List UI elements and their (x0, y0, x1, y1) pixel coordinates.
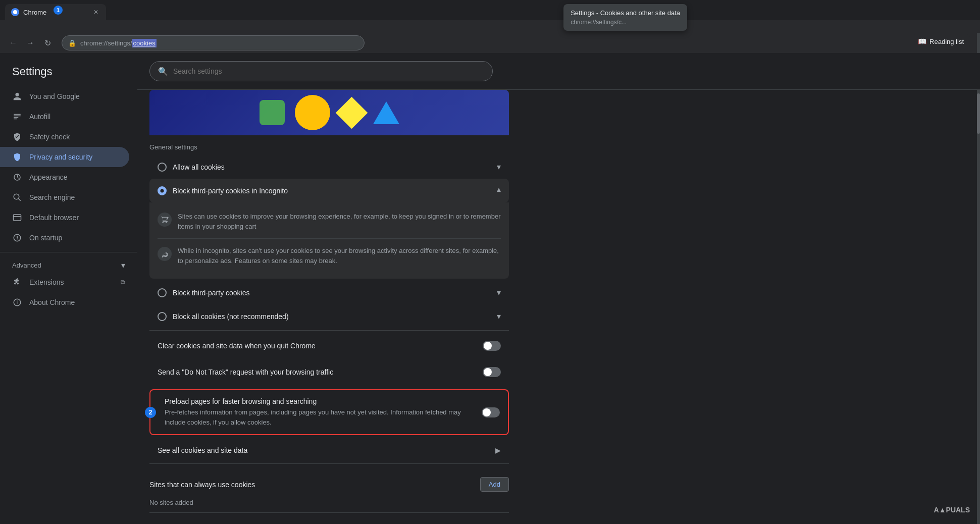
forward-button[interactable]: → (23, 36, 37, 50)
toggle-row-do-not-track[interactable]: Send a "Do Not Track" request with your … (149, 359, 509, 385)
toggle-thumb-dnt (484, 368, 492, 376)
radio-circle-block-incognito (158, 186, 167, 195)
shape-green (260, 100, 285, 125)
sidebar-item-safety-check[interactable]: Safety check (0, 127, 129, 147)
radio-circle-block-all (158, 312, 167, 321)
sidebar-item-about-chrome[interactable]: i About Chrome (0, 292, 129, 312)
sidebar-label-privacy: Privacy and security (29, 153, 92, 161)
add-allow-button[interactable]: Add (480, 477, 509, 492)
sub-option-shopping: Sites can use cookies to improve your br… (158, 206, 501, 236)
tab-close-button[interactable]: ✕ (92, 8, 100, 16)
appearance-icon (12, 172, 22, 182)
radio-block-third-party-incognito[interactable]: Block third-party cookies in Incognito ▾ (149, 179, 509, 202)
sidebar-item-on-startup[interactable]: On startup (0, 228, 129, 248)
sidebar-label-extensions: Extensions (29, 278, 64, 286)
chevron-down-icon: ▾ (121, 260, 125, 270)
tooltip-subtitle: chrome://settings/c... (571, 19, 680, 26)
expand-icon-allow-all: ▾ (497, 162, 501, 172)
see-all-cookies-label: See all cookies and site data (158, 446, 247, 454)
address-bar[interactable]: 🔒 chrome://settings/cookies (62, 35, 365, 50)
active-tab[interactable]: Chrome ✕ 1 (5, 4, 106, 20)
search-bar-area: 🔍 (137, 53, 980, 90)
tooltip-popup: Settings - Cookies and other site data c… (563, 4, 687, 31)
content-scroll: General settings Allow all cookies ▾ Blo… (137, 135, 521, 524)
toggle-thumb (484, 342, 492, 350)
sidebar-item-you-and-google[interactable]: You and Google (0, 86, 129, 107)
sub-option-text-shopping: Sites can use cookies to improve your br… (178, 212, 501, 231)
scrollbar-thumb[interactable] (977, 93, 980, 134)
svg-rect-8 (14, 215, 21, 221)
sidebar-item-autofill[interactable]: Autofill (0, 107, 129, 127)
autofill-icon (12, 112, 22, 122)
sidebar-label-about-chrome: About Chrome (29, 298, 75, 306)
sidebar-item-appearance[interactable]: Appearance (0, 167, 129, 187)
tab-favicon (11, 8, 19, 16)
settings-title: Settings (0, 61, 137, 86)
reading-list-button[interactable]: 📖 Reading list (912, 34, 970, 48)
do-not-track-label: Send a "Do Not Track" request with your … (158, 368, 333, 376)
sidebar-label-you-and-google: You and Google (29, 92, 80, 100)
no-sites-label: No sites added (149, 497, 509, 510)
watermark: A▲PUALS (934, 506, 970, 514)
startup-icon (12, 233, 22, 243)
sites-section-allow: Sites that can always use cookies Add No… (149, 472, 509, 510)
radio-block-third-party[interactable]: Block third-party cookies ▾ (149, 281, 509, 304)
preload-badge: 2 (145, 407, 156, 418)
sites-section-allow-header: Sites that can always use cookies Add (149, 472, 509, 497)
sidebar-item-extensions[interactable]: Extensions ⧉ (0, 272, 137, 292)
scrollbar-track[interactable] (977, 33, 980, 524)
radio-allow-all-cookies[interactable]: Allow all cookies ▾ (149, 155, 509, 179)
radio-left-block-incognito: Block third-party cookies in Incognito (158, 186, 288, 195)
expand-icon-block-incognito: ▾ (497, 186, 501, 195)
reading-list-label: Reading list (930, 38, 964, 45)
sidebar-item-default-browser[interactable]: Default browser (0, 207, 129, 228)
search-bar[interactable]: 🔍 (149, 61, 493, 81)
radio-label-block-all: Block all cookies (not recommended) (173, 312, 289, 321)
search-input[interactable] (173, 67, 484, 75)
radio-label-allow-all: Allow all cookies (173, 163, 225, 171)
divider-2 (149, 463, 509, 464)
shape-diamond (335, 96, 368, 129)
address-bar-wrapper: 🔒 chrome://settings/cookies (62, 35, 365, 50)
lock-icon: 🔒 (68, 39, 76, 47)
shape-blue (373, 101, 399, 124)
svg-rect-3 (14, 117, 18, 118)
clear-cookies-label: Clear cookies and site data when you qui… (158, 342, 316, 350)
preload-toggle[interactable] (482, 407, 500, 417)
sidebar-label-default-browser: Default browser (29, 214, 79, 222)
svg-text:i: i (17, 300, 18, 305)
back-button[interactable]: ← (6, 36, 20, 50)
sidebar-item-privacy-security[interactable]: Privacy and security (0, 147, 129, 167)
preload-toggle-thumb (483, 408, 491, 416)
address-prefix: chrome://settings/ (80, 39, 132, 47)
sidebar-label-search-engine: Search engine (29, 193, 75, 201)
tooltip-title: Settings - Cookies and other site data (571, 9, 680, 17)
do-not-track-toggle[interactable] (483, 367, 501, 377)
sidebar-item-search-engine[interactable]: Search engine (0, 187, 129, 207)
address-suffix: cookies (132, 39, 157, 47)
privacy-icon (12, 152, 22, 162)
see-all-cookies-arrow: ▶ (495, 446, 501, 454)
sidebar-label-on-startup: On startup (29, 234, 62, 242)
sidebar-advanced-section[interactable]: Advanced ▾ (0, 256, 137, 272)
toggle-row-clear-cookies[interactable]: Clear cookies and site data when you qui… (149, 333, 509, 359)
svg-point-6 (14, 194, 19, 199)
sites-allow-title: Sites that can always use cookies (149, 481, 255, 489)
see-all-cookies-row[interactable]: See all cookies and site data ▶ (149, 439, 509, 461)
sidebar-label-appearance: Appearance (29, 173, 68, 181)
sub-option-incognito: While in incognito, sites can't use your… (158, 241, 501, 271)
svg-rect-2 (14, 116, 21, 117)
shield-icon (12, 132, 22, 142)
clear-cookies-toggle[interactable] (483, 341, 501, 351)
expand-icon-block-third: ▾ (497, 288, 501, 297)
svg-point-12 (17, 238, 18, 239)
sidebar-label-autofill: Autofill (29, 113, 50, 121)
tab-bar: Chrome ✕ 1 (0, 0, 980, 20)
general-settings-label: General settings (149, 135, 509, 155)
browser-icon (12, 213, 22, 223)
radio-block-all-cookies[interactable]: Block all cookies (not recommended) ▾ (149, 304, 509, 328)
tab-notification-badge: 1 (54, 6, 63, 15)
browser-chrome: Chrome ✕ 1 (0, 0, 980, 33)
radio-left-block-third: Block third-party cookies (158, 288, 250, 297)
reload-button[interactable]: ↻ (40, 36, 55, 50)
